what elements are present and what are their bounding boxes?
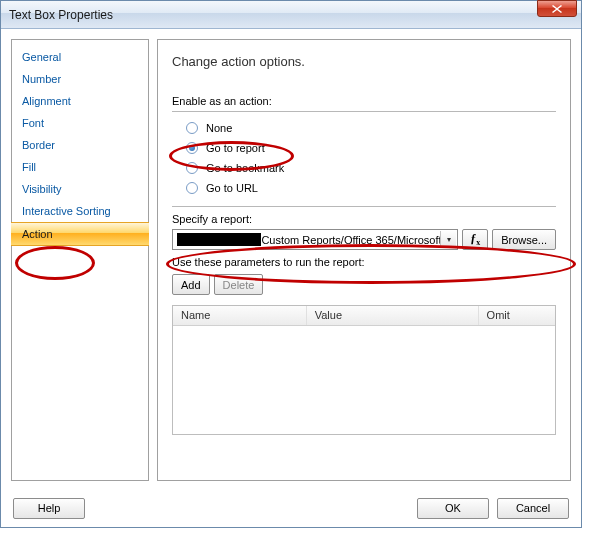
radio-go-to-bookmark[interactable] xyxy=(186,162,198,174)
nav-item-action[interactable]: Action xyxy=(11,222,149,246)
delete-button[interactable]: Delete xyxy=(214,274,264,295)
chevron-down-icon[interactable]: ▾ xyxy=(440,231,456,248)
titlebar: Text Box Properties xyxy=(1,1,581,29)
radio-row-none[interactable]: None xyxy=(172,118,556,138)
divider xyxy=(172,206,556,207)
grid-header: Name Value Omit xyxy=(173,306,555,326)
radio-none[interactable] xyxy=(186,122,198,134)
nav-item-fill[interactable]: Fill xyxy=(12,156,148,178)
col-header-value[interactable]: Value xyxy=(307,306,479,325)
redacted-segment xyxy=(177,233,261,246)
add-button[interactable]: Add xyxy=(172,274,210,295)
parameters-grid[interactable]: Name Value Omit xyxy=(172,305,556,435)
report-path-text: Custom Reports/Office 365/Microsoft O xyxy=(261,234,453,246)
nav-item-number[interactable]: Number xyxy=(12,68,148,90)
expression-button[interactable]: ƒx xyxy=(462,229,488,250)
radio-go-to-url[interactable] xyxy=(186,182,198,194)
radio-row-go-to-bookmark[interactable]: Go to bookmark xyxy=(172,158,556,178)
nav-item-font[interactable]: Font xyxy=(12,112,148,134)
fx-icon: ƒx xyxy=(470,231,480,247)
parameters-label: Use these parameters to run the report: xyxy=(172,256,556,268)
nav-item-interactive-sorting[interactable]: Interactive Sorting xyxy=(12,200,148,222)
cancel-button[interactable]: Cancel xyxy=(497,498,569,519)
ok-button[interactable]: OK xyxy=(417,498,489,519)
divider xyxy=(172,111,556,112)
col-header-omit[interactable]: Omit xyxy=(479,306,555,325)
radio-label-none: None xyxy=(206,122,232,134)
window-title: Text Box Properties xyxy=(9,8,575,22)
specify-report-label: Specify a report: xyxy=(172,213,556,225)
nav-item-general[interactable]: General xyxy=(12,46,148,68)
nav-item-alignment[interactable]: Alignment xyxy=(12,90,148,112)
help-button[interactable]: Help xyxy=(13,498,85,519)
nav-item-visibility[interactable]: Visibility xyxy=(12,178,148,200)
page-heading: Change action options. xyxy=(172,54,556,69)
dialog-window: Text Box Properties General Number Align… xyxy=(0,0,582,528)
nav-pane: General Number Alignment Font Border Fil… xyxy=(11,39,149,481)
browse-button[interactable]: Browse... xyxy=(492,229,556,250)
radio-go-to-report[interactable] xyxy=(186,142,198,154)
col-header-name[interactable]: Name xyxy=(173,306,307,325)
close-button[interactable] xyxy=(537,0,577,17)
report-row: Custom Reports/Office 365/Microsoft O ▾ … xyxy=(172,229,556,250)
dialog-footer: Help OK Cancel xyxy=(1,489,581,527)
content-pane: Change action options. Enable as an acti… xyxy=(157,39,571,481)
radio-label-go-to-url: Go to URL xyxy=(206,182,258,194)
nav-item-border[interactable]: Border xyxy=(12,134,148,156)
report-path-combobox[interactable]: Custom Reports/Office 365/Microsoft O ▾ xyxy=(172,229,458,250)
parameter-buttons: Add Delete xyxy=(172,274,556,295)
radio-label-go-to-bookmark: Go to bookmark xyxy=(206,162,284,174)
close-icon xyxy=(552,5,562,13)
radio-label-go-to-report: Go to report xyxy=(206,142,265,154)
radio-row-go-to-url[interactable]: Go to URL xyxy=(172,178,556,198)
radio-row-go-to-report[interactable]: Go to report xyxy=(172,138,556,158)
enable-action-label: Enable as an action: xyxy=(172,95,556,107)
dialog-body: General Number Alignment Font Border Fil… xyxy=(1,29,581,489)
